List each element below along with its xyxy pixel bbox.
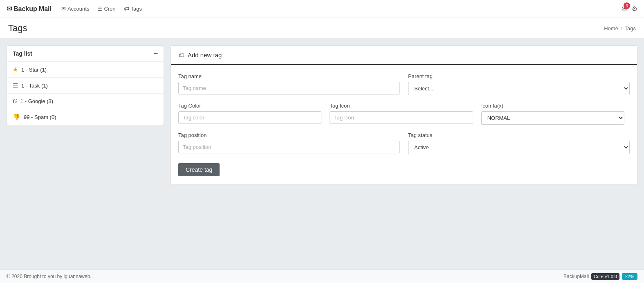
nav-tags-link[interactable]: 🏷 Tags: [124, 6, 142, 12]
nav-accounts-label: Accounts: [67, 6, 89, 12]
nav-right: ✉ 3 ⚙: [622, 5, 637, 13]
footer-credit: Brought to you by iguannaweb..: [24, 274, 93, 279]
sidebar-collapse-button[interactable]: −: [153, 50, 158, 57]
nav-accounts-link[interactable]: ✉ Accounts: [61, 6, 89, 12]
brand-link[interactable]: ✉ BackupMail: [7, 5, 52, 13]
form-group-tag-name: Tag name: [178, 73, 400, 95]
form-group-icon-fax: Icon fa(x) NORMAL: [481, 103, 624, 125]
tag-item-label: 99 - Spam (0): [24, 114, 56, 120]
navbar: ✉ BackupMail ✉ Accounts ☰ Cron 🏷 Tags ✉ …: [0, 0, 644, 18]
form-group-tag-icon: Tag Icon: [330, 103, 473, 125]
core-version-badge: Core v1.0.0: [591, 273, 619, 280]
tag-name-label: Tag name: [178, 73, 400, 79]
sidebar-title: Tag list: [13, 50, 32, 57]
tag-list-sidebar: Tag list − ★ 1 - Star (1) ☰ 1 - Task (1)…: [7, 45, 164, 125]
form-row-2: Tag Color Tag Icon Icon fa(x) NORMAL: [178, 103, 630, 125]
thumbdown-icon: 👎: [13, 113, 20, 121]
footer-copyright: © 2020: [7, 274, 22, 279]
footer-right: BackupMail Core v1.0.0 22%: [563, 273, 637, 280]
tag-icon-label: Tag Icon: [330, 103, 473, 109]
parent-tag-label: Parent tag: [408, 73, 630, 79]
breadcrumb-separator: /: [621, 25, 622, 31]
tag-position-label: Tag position: [178, 132, 400, 138]
panel-body: Tag name Parent tag Select... Tag Color: [171, 65, 637, 184]
panel-tag-icon: 🏷: [178, 52, 184, 58]
breadcrumb-home[interactable]: Home: [604, 25, 618, 31]
nav-links: ✉ Accounts ☰ Cron 🏷 Tags: [61, 6, 142, 12]
mail-nav-icon: ✉: [7, 5, 12, 13]
page-title: Tags: [8, 23, 27, 34]
google-icon: G: [13, 98, 17, 105]
tag-item-label: 1 - Google (3): [20, 98, 53, 104]
icon-fax-select[interactable]: NORMAL: [481, 111, 624, 125]
tag-position-input[interactable]: [178, 141, 400, 153]
nav-tags-label: Tags: [131, 6, 142, 12]
nav-cron-link[interactable]: ☰ Cron: [97, 6, 115, 12]
tag-status-select[interactable]: Active Inactive: [408, 141, 630, 154]
tag-item-label: 1 - Star (1): [21, 67, 47, 73]
star-icon: ★: [13, 66, 18, 73]
envelope-icon: ✉: [61, 6, 66, 12]
form-group-tag-color: Tag Color: [178, 103, 321, 125]
form-group-tag-status: Tag status Active Inactive: [408, 132, 630, 154]
form-submit-row: Create tag: [178, 162, 630, 176]
main-panel: 🏷 Add new tag Tag name Parent tag Select…: [171, 45, 637, 185]
panel-header: 🏷 Add new tag: [171, 46, 637, 65]
tag-list: ★ 1 - Star (1) ☰ 1 - Task (1) G 1 - Goog…: [7, 62, 164, 125]
form-row-1: Tag name Parent tag Select...: [178, 73, 630, 95]
nav-cron-label: Cron: [104, 6, 115, 12]
panel-header-label: Add new tag: [188, 52, 222, 58]
tag-nav-icon: 🏷: [124, 6, 129, 12]
form-group-tag-position: Tag position: [178, 132, 400, 154]
form-row-3: Tag position Tag status Active Inactive: [178, 132, 630, 154]
content-area: Tag list − ★ 1 - Star (1) ☰ 1 - Task (1)…: [0, 39, 644, 191]
form-group-parent-tag: Parent tag Select...: [408, 73, 630, 95]
breadcrumb: Home / Tags: [604, 25, 636, 31]
icon-fax-label: Icon fa(x): [481, 103, 624, 109]
footer-brand: BackupMail: [563, 274, 589, 279]
create-tag-button[interactable]: Create tag: [178, 163, 220, 176]
mail-count-badge: 3: [624, 2, 630, 9]
breadcrumb-current: Tags: [625, 25, 636, 31]
settings-icon[interactable]: ⚙: [632, 5, 637, 13]
footer: © 2020 Brought to you by iguannaweb.. Ba…: [0, 270, 644, 283]
footer-left: © 2020 Brought to you by iguannaweb..: [7, 274, 93, 279]
list-item[interactable]: ★ 1 - Star (1): [7, 62, 164, 78]
sidebar-header: Tag list −: [7, 46, 164, 62]
tag-status-label: Tag status: [408, 132, 630, 138]
list-item[interactable]: G 1 - Google (3): [7, 94, 164, 109]
tag-name-input[interactable]: [178, 82, 400, 94]
brand-backup: Backup: [13, 5, 37, 13]
page-header: Tags Home / Tags: [0, 18, 644, 39]
tag-color-input[interactable]: [178, 111, 321, 124]
mail-badge[interactable]: ✉ 3: [622, 5, 627, 13]
brand-mail: Mail: [39, 5, 52, 13]
parent-tag-select[interactable]: Select...: [408, 82, 630, 95]
version-percentage-badge: 22%: [622, 273, 637, 280]
task-icon: ☰: [13, 82, 18, 89]
list-item[interactable]: 👎 99 - Spam (0): [7, 109, 164, 125]
tag-icon-input[interactable]: [330, 111, 473, 124]
list-item[interactable]: ☰ 1 - Task (1): [7, 78, 164, 94]
tag-item-label: 1 - Task (1): [21, 83, 48, 89]
list-icon: ☰: [97, 6, 102, 12]
tag-color-label: Tag Color: [178, 103, 321, 109]
